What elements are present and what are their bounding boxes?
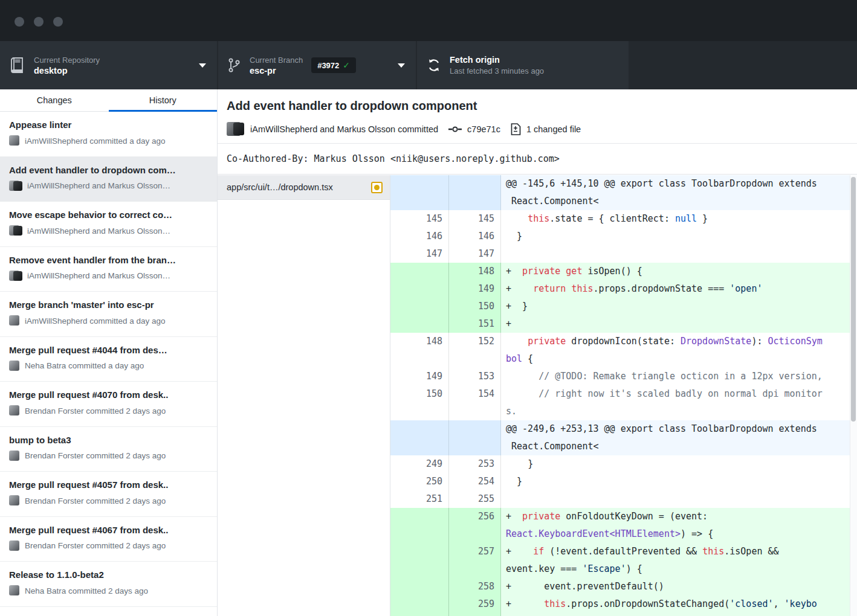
commit-item-title: Add event handler to dropdown com… [9,164,209,176]
commit-list-item[interactable]: Merge pull request #4067 from desk..Bren… [0,517,217,562]
diff-new-line-number [449,420,501,455]
diff-old-line-number: 148 [390,333,449,368]
commit-item-meta-text: iAmWillShepherd committed a day ago [25,136,166,146]
diff-row-context: 147147 [390,245,857,263]
diff-code-line: + return this.props.dropdownState === 'o… [501,280,857,298]
diff-code-line: + private get isOpen() { [501,263,857,280]
code-token [506,336,528,347]
diff-code-line: private dropdownIcon(state: DropdownStat… [501,333,857,368]
tab-changes[interactable]: Changes [0,89,109,111]
diff-old-line-number: 149 [390,368,449,385]
tab-history[interactable]: History [109,89,218,111]
diff-old-line-number [390,578,449,595]
diff-new-line-number [449,175,501,210]
current-repository-dropdown[interactable]: Current Repository desktop [0,41,217,89]
code-token: + event.preventDefault() [506,581,664,592]
diff-new-line-number: 253 [449,455,501,473]
diff-new-line-number: 259 [449,595,501,616]
commit-authors: iAmWillShepherd and Markus Olsson commit… [250,124,438,134]
diff-old-line-number: 150 [390,385,449,420]
commit-item-title: Move escape behavior to correct co… [9,209,209,221]
commit-item-avatars [9,271,22,281]
code-token: .props.onDropdownStateChanged( [566,598,729,609]
commit-message: Co-Authored-By: Markus Olsson <niik@user… [218,144,857,175]
diff-scrollbar-track[interactable] [850,175,857,616]
commit-list-item[interactable]: Merge pull request #4057 from desk..Bren… [0,472,217,517]
commit-sha: c79e71c [467,124,500,134]
diff-code-line: // right now it's scaled badly on normal… [501,385,857,420]
commit-list-item[interactable]: Merge branch 'master' into esc-priAmWill… [0,292,217,337]
commit-list-item[interactable]: Merge pull request #4044 from des…Neha B… [0,337,217,382]
commit-item-meta: Brendan Forster committed 2 days ago [9,451,209,461]
current-branch-dropdown[interactable]: Current Branch esc-pr #3972 ✓ [218,41,416,89]
commit-item-meta-text: iAmWillShepherd and Markus Olsson… [27,226,170,236]
diff-new-line-number: 146 [449,228,501,245]
diff-code-line: + event.preventDefault() [501,578,857,595]
diff-row-context: 150154 // right now it's scaled badly on… [390,385,857,420]
code-token: // right now it's scaled badly on normal… [506,388,823,417]
diff-code-line: @@ -145,6 +145,10 @@ export class Toolba… [501,175,857,210]
commit-list-item[interactable]: Merge pull request #4070 from desk..Bren… [0,382,217,427]
diff-code-line: // @TODO: Remake triangle octicon in a 1… [501,368,857,385]
commit-list-item[interactable]: Move escape behavior to correct co…iAmWi… [0,202,217,247]
fetch-origin-button[interactable]: Fetch origin Last fetched 3 minutes ago [417,41,629,89]
diff-old-line-number [390,263,449,280]
sidebar-tabs: ChangesHistory [0,89,217,112]
minimize-window-button[interactable] [34,17,44,27]
diff-old-line-number: 249 [390,455,449,473]
commit-item-meta: Brendan Forster committed 2 days ago [9,405,209,416]
code-token: private [522,266,560,277]
commit-list-item[interactable]: Merge pull request #4073 from desk.. [0,607,217,616]
commit-item-meta-text: Brendan Forster committed 2 days ago [25,451,166,460]
diff-code-line: @@ -249,6 +253,13 @@ export class Toolba… [501,420,857,455]
commit-item-meta: Brendan Forster committed 2 days ago [9,541,209,551]
changed-files-count: 1 changed file [526,124,581,134]
diff-new-line-number: 149 [449,280,501,298]
diff-code-line: } [501,228,857,245]
commit-item-meta-text: Brendan Forster committed 2 days ago [25,406,166,415]
diff-scrollbar-thumb[interactable] [851,177,856,422]
diff-old-line-number [390,508,449,543]
diff-row-added: 151+ [390,315,857,333]
zoom-window-button[interactable] [53,17,63,27]
titlebar [0,0,857,41]
commit-list-item[interactable]: Release to 1.1.0-beta2Neha Batra committ… [0,562,217,607]
code-token: + [506,283,533,294]
commit-item-meta: iAmWillShepherd committed a day ago [9,135,209,146]
diff-old-line-number: 147 [390,245,449,263]
diff-old-line-number [390,280,449,298]
avatar [13,271,22,281]
diff-row-hunk: @@ -249,6 +253,13 @@ export class Toolba… [390,420,857,455]
diff-row-context: 249253 } [390,455,857,473]
pr-number: #3972 [317,61,339,70]
commit-list-item[interactable]: Appease linteriAmWillShepherd committed … [0,112,217,157]
code-token: this [544,598,566,609]
commit-item-avatars [9,181,22,191]
diff-old-line-number [390,595,449,616]
commit-list-item[interactable]: Add event handler to dropdown com…iAmWil… [0,157,217,202]
code-token: get [566,266,582,277]
commit-list-item[interactable]: bump to beta3Brendan Forster committed 2… [0,427,217,472]
git-commit-icon [448,124,462,134]
code-token [506,213,528,224]
diff-row-added: 258+ event.preventDefault() [390,578,857,595]
code-token: this [528,213,549,224]
commit-item-avatars [9,495,20,506]
commit-item-meta: iAmWillShepherd and Markus Olsson… [9,271,209,281]
diff-row-hunk: @@ -145,6 +145,10 @@ export class Toolba… [390,175,857,210]
code-token: private [528,336,566,347]
file-row[interactable]: app/src/ui/t…/dropdown.tsx [218,175,390,200]
code-token: .props.dropdownState === [593,283,730,294]
diff-new-line-number: 151 [449,315,501,333]
diff-code-line: + [501,315,857,333]
diff-new-line-number: 255 [449,490,501,508]
code-token: , [774,598,784,609]
commit-item-meta-text: Brendan Forster committed 2 days ago [25,496,166,505]
commit-detail-pane: Add event handler to dropdown component … [218,89,857,616]
chevron-down-icon [199,63,206,68]
modified-file-icon [371,182,383,193]
changed-files-list: app/src/ui/t…/dropdown.tsx [218,175,390,616]
code-token: onFoldoutKeyDown = (event: [560,511,708,522]
commit-list-item[interactable]: Remove event handler from the bran…iAmWi… [0,247,217,292]
close-window-button[interactable] [15,17,24,27]
